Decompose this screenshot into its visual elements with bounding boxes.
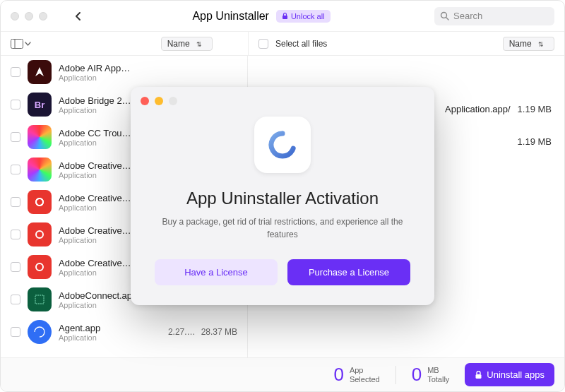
modal-subtitle: Buy a package, get rid of trial restrict… xyxy=(155,215,410,241)
modal-min[interactable] xyxy=(155,97,163,105)
modal-title: App Uninstaller Activation xyxy=(186,189,379,208)
modal-body: App Uninstaller Activation Buy a package… xyxy=(131,111,434,285)
have-license-button[interactable]: Have a License xyxy=(155,259,278,285)
modal-overlay: App Uninstaller Activation Buy a package… xyxy=(1,1,564,391)
modal-button-row: Have a License Purchase a License xyxy=(155,259,410,285)
purchase-license-button[interactable]: Purchase a License xyxy=(287,259,410,285)
modal-max[interactable] xyxy=(169,97,177,105)
activation-modal: App Uninstaller Activation Buy a package… xyxy=(131,87,434,305)
modal-close[interactable] xyxy=(141,97,149,105)
app-logo-icon xyxy=(254,117,311,173)
modal-traffic-lights xyxy=(131,97,434,111)
